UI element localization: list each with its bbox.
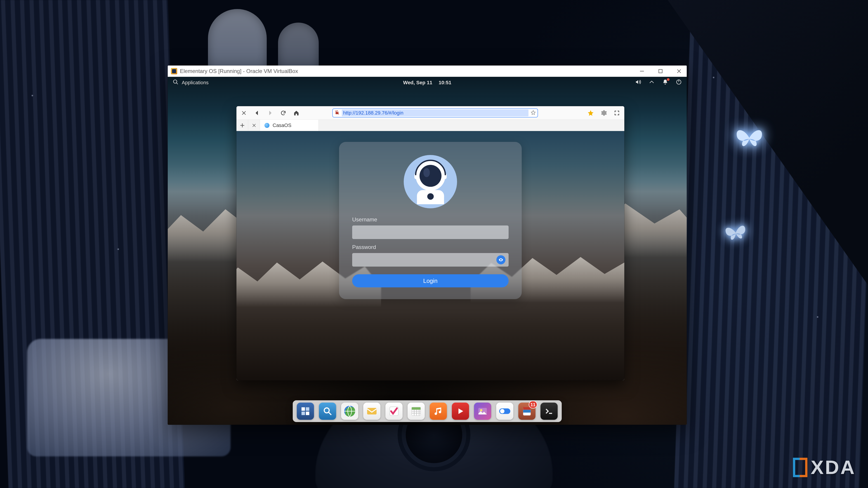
login-button[interactable]: Login	[352, 274, 508, 287]
virtualbox-titlebar[interactable]: Elementary OS [Running] - Oracle VM Virt…	[168, 66, 687, 77]
password-input[interactable]	[352, 253, 508, 267]
speck	[817, 316, 818, 318]
speck	[713, 77, 714, 78]
volume-icon[interactable]	[635, 79, 641, 86]
dock-music-icon[interactable]	[430, 402, 447, 420]
new-tab-button[interactable]	[237, 120, 248, 131]
svg-rect-1	[659, 69, 662, 73]
address-bar[interactable]: http://192.188.29.76/#/login	[332, 108, 538, 118]
fullscreen-button[interactable]	[613, 109, 621, 117]
elementary-dock: 11	[293, 400, 562, 422]
password-label: Password	[352, 244, 508, 250]
svg-point-5	[419, 165, 441, 187]
power-icon[interactable]	[676, 79, 682, 86]
browser-back-button[interactable]	[253, 109, 261, 117]
elementary-topbar: Applications Wed, Sep 11 10:51	[168, 77, 687, 89]
tab-favicon-icon	[265, 123, 270, 128]
dock-photos-icon[interactable]	[474, 402, 491, 420]
svg-point-24	[500, 409, 504, 414]
close-tab-button[interactable]	[248, 120, 260, 131]
dock-mail-icon[interactable]	[363, 402, 380, 420]
network-icon[interactable]	[649, 79, 655, 86]
dock-calendar-icon[interactable]	[408, 402, 425, 420]
dock-multitasking-icon[interactable]	[297, 402, 314, 420]
insecure-icon	[335, 110, 340, 116]
dock-settings-toggle-icon[interactable]	[496, 402, 513, 420]
tab-title: CasaOS	[273, 123, 291, 128]
svg-rect-11	[302, 408, 305, 411]
dock-terminal-icon[interactable]	[540, 402, 558, 420]
address-bar-url: http://192.188.29.76/#/login	[342, 109, 528, 116]
topbar-date[interactable]: Wed, Sep 11	[403, 80, 432, 86]
window-minimize-button[interactable]	[638, 67, 647, 76]
elementary-desktop: Applications Wed, Sep 11 10:51	[168, 77, 687, 425]
svg-point-2	[174, 80, 177, 83]
applications-label: Applications	[182, 80, 209, 86]
browser-tabbar: CasaOS	[237, 120, 624, 131]
svg-rect-0	[640, 71, 644, 71]
svg-point-22	[480, 409, 483, 412]
speck	[118, 249, 119, 250]
virtualbox-window: Elementary OS [Running] - Oracle VM Virt…	[168, 66, 687, 425]
svg-point-10	[500, 259, 501, 260]
username-input[interactable]	[352, 225, 508, 239]
svg-rect-20	[412, 408, 421, 410]
virtualbox-app-icon	[171, 68, 177, 74]
dock-videos-icon[interactable]	[452, 402, 469, 420]
dock-tasks-icon[interactable]	[385, 402, 403, 420]
login-avatar	[404, 155, 457, 208]
bookmarks-button[interactable]	[586, 109, 595, 117]
svg-rect-14	[306, 412, 309, 415]
browser-home-button[interactable]	[292, 109, 301, 117]
dock-web-icon[interactable]	[341, 402, 358, 420]
browser-forward-button[interactable]	[266, 109, 274, 117]
applications-menu[interactable]: Applications	[173, 79, 209, 86]
show-password-button[interactable]	[496, 255, 505, 264]
search-icon	[173, 79, 179, 86]
window-close-button[interactable]	[675, 67, 684, 76]
notification-dot-icon	[667, 78, 670, 81]
dock-search-icon[interactable]	[319, 402, 336, 420]
login-card: Username Password Login	[339, 142, 522, 299]
butterfly-icon	[723, 222, 748, 243]
svg-point-15	[324, 408, 329, 413]
browser-toolbar: http://192.188.29.76/#/login	[237, 106, 624, 120]
xda-watermark-text: XDA	[811, 456, 856, 479]
browser-reload-button[interactable]	[279, 109, 287, 117]
svg-rect-26	[523, 407, 530, 410]
username-label: Username	[352, 217, 508, 223]
svg-rect-27	[523, 410, 530, 413]
browser-window: http://192.188.29.76/#/login CasaOS	[237, 106, 624, 381]
svg-point-9	[427, 193, 434, 200]
browser-tab[interactable]: CasaOS	[260, 120, 319, 131]
topbar-time[interactable]: 10:51	[438, 80, 451, 86]
speck	[32, 95, 33, 96]
notifications-icon[interactable]	[662, 79, 668, 86]
svg-rect-17	[367, 408, 377, 414]
browser-content: Username Password Login	[237, 131, 624, 381]
xda-watermark: XDA	[793, 456, 856, 479]
browser-close-button[interactable]	[240, 109, 248, 117]
bookmark-star-icon[interactable]	[531, 110, 536, 116]
settings-gear-icon[interactable]	[599, 109, 608, 117]
svg-rect-12	[306, 408, 309, 411]
xda-bracket-icon	[793, 458, 807, 477]
update-badge: 11	[529, 401, 537, 409]
svg-rect-13	[302, 412, 305, 415]
dock-appcenter-icon[interactable]: 11	[518, 402, 535, 420]
astronaut-icon	[411, 159, 450, 204]
virtualbox-window-title: Elementary OS [Running] - Oracle VM Virt…	[180, 68, 298, 74]
window-maximize-button[interactable]	[656, 67, 665, 76]
butterfly-icon	[735, 127, 764, 149]
svg-point-6	[423, 168, 430, 177]
